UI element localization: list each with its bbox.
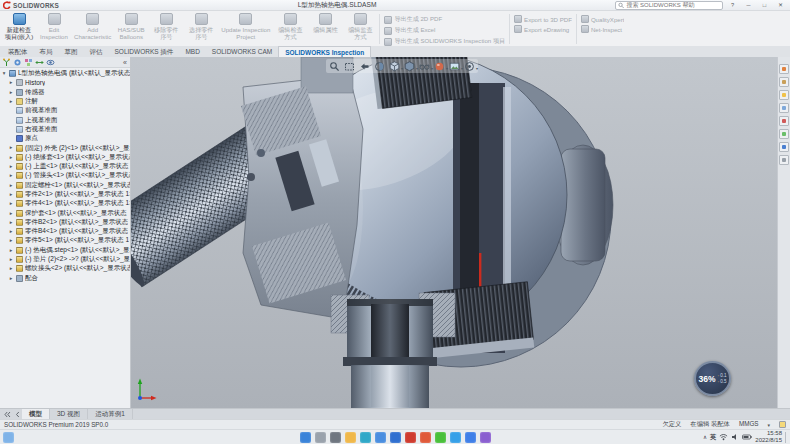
ribbon-tab[interactable]: SOLIDWORKS CAM [206,46,278,57]
file-explorer-icon[interactable] [345,432,356,443]
ribbon-tab[interactable]: 布局 [34,46,59,57]
task-pane-file-explorer-icon[interactable] [779,90,789,100]
tree-item[interactable]: (-) 垫片 (2)<2> ->? (默认<<默认>_显示 [0,255,130,264]
featuremanager-tree-icon[interactable] [2,58,11,67]
volume-icon[interactable] [731,433,739,441]
propertymanager-icon[interactable] [13,58,22,67]
tree-item[interactable]: 零件2<1> (默认<<默认>_显示状态 1> [0,190,130,199]
tree-item[interactable]: 上视基准面 [0,115,130,124]
displaymanager-icon[interactable] [46,58,55,67]
task-view-button[interactable] [330,432,341,443]
expand-caret[interactable] [8,257,14,262]
doc-tab[interactable]: 3D 视图 [50,409,88,419]
tab-scroll-left-icon[interactable] [12,409,22,419]
has-sub-balloons-button[interactable]: HAS/SUB Balloons [114,12,148,46]
section-view-icon[interactable] [373,60,386,72]
tree-root-item[interactable]: L型加热轴热电偶 (默认<默认_显示状态-1 [0,69,130,78]
expand-caret[interactable] [8,99,14,104]
tree-item[interactable]: 零件5<1> (默认<<默认>_显示状态 1 [0,236,130,245]
add-characteristic-button[interactable]: Add Characteristic [72,12,113,46]
edit-properties-button[interactable]: 编辑属性 [308,12,342,46]
tree-item[interactable]: 零件B4<1> (默认<<默认>_显示状态 [0,227,130,236]
tree-item[interactable]: 原点 [0,134,130,143]
tree-item[interactable]: 固定螺栓<1> (默认<<默认>_显示状态 [0,181,130,190]
edit-inspection-method-button[interactable]: 编辑检查 方式 [273,12,307,46]
battery-icon[interactable] [742,434,752,440]
solidworks-icon[interactable] [405,432,416,443]
tree-item[interactable]: 螺纹接头<2> (默认<<默认>_显示状态 [0,264,130,273]
expand-caret[interactable] [8,164,14,169]
expand-caret[interactable] [8,192,14,197]
help-button[interactable]: ? [726,1,739,10]
doc-tab[interactable]: 模型 [22,409,50,419]
ime-indicator[interactable]: 英 [710,433,716,442]
start-button[interactable] [300,432,311,443]
expand-caret[interactable] [8,238,14,243]
qualityxpert-button[interactable]: QualityXpert [581,15,625,23]
minimize-button[interactable]: ─ [742,1,755,10]
tree-item[interactable]: (-) 管接头<1> (默认<<默认>_显示状态 [0,171,130,180]
update-inspection-project-button[interactable]: Update Inspection Project [219,12,272,46]
show-desktop-button[interactable] [785,432,788,443]
task-pane-design-library-icon[interactable] [779,77,789,87]
expand-caret[interactable] [8,201,14,206]
task-pane-resources-icon[interactable] [779,64,789,74]
browser-icon[interactable] [375,432,386,443]
expand-caret[interactable] [8,80,14,85]
previous-view-icon[interactable] [358,60,371,72]
wps-icon[interactable] [420,432,431,443]
units-dropdown-icon[interactable] [767,421,770,428]
net-inspect-button[interactable]: Net-Inspect [581,25,625,33]
search-button[interactable] [315,432,326,443]
search-input[interactable] [626,2,720,8]
new-inspection-project-button[interactable]: 新建检查 项目(嵌入) [2,12,36,46]
expand-caret[interactable] [1,71,7,76]
network-icon[interactable] [719,433,728,441]
maximize-button[interactable]: □ [758,1,771,10]
tree-item[interactable]: (-) 热电偶.step<1> (默认<<默认>_显示 [0,246,130,255]
dimxpertmanager-icon[interactable] [35,58,44,67]
tree-item[interactable]: 配合 [0,274,130,283]
tree-item[interactable]: (固定) 外壳 (2)<1> (默认<<默认>_显示状态 [0,143,130,152]
expand-caret[interactable] [8,266,14,271]
tree-item[interactable]: 前视基准面 [0,106,130,115]
tree-item[interactable]: (-) 绝缘套<1> (默认<<默认>_显示状态 [0,153,130,162]
collapse-panel-button[interactable]: « [123,59,128,66]
graphics-area[interactable]: 36% 0.1 0.5 [131,57,777,408]
select-balloons-button[interactable]: 选择零件 序号 [184,12,218,46]
tree-item[interactable]: History [0,78,130,87]
expand-caret[interactable] [8,90,14,95]
task-pane-forum-icon[interactable] [779,142,789,152]
expand-caret[interactable] [8,183,14,188]
edit-inspection-button[interactable]: Edit Inspection [37,12,71,46]
edge-icon[interactable] [360,432,371,443]
export-3d-pdf-button[interactable]: Export to 3D PDF [514,15,572,23]
expand-caret[interactable] [8,276,14,281]
tree-item[interactable]: 右视基准面 [0,125,130,134]
task-pane-custom-properties-icon[interactable] [779,129,789,139]
export-2d-pdf-button[interactable]: 导出生成 2D PDF [384,15,505,24]
close-button[interactable]: ✕ [774,1,787,10]
tree-item[interactable]: 零件B2<1> (默认<<默认>_显示状态 [0,218,130,227]
tree-item[interactable]: 注解 [0,97,130,106]
view-orientation-icon[interactable] [388,60,401,72]
display-style-icon[interactable] [403,60,416,72]
store-icon[interactable] [390,432,401,443]
tab-scroll-first-icon[interactable] [2,409,12,419]
expand-caret[interactable] [8,248,14,253]
tree-item[interactable]: 零件4<1> (默认<<默认>_显示状态 1> [0,199,130,208]
help-search-box[interactable] [615,1,723,10]
clock[interactable]: 15:58 2022/8/15 [755,430,782,443]
tree-item[interactable]: 保护套<1> (默认<<默认>_显示状态 [0,208,130,217]
hide-show-items-icon[interactable] [418,60,431,72]
ribbon-tab[interactable]: 评估 [84,46,109,57]
edit-appearance-icon[interactable] [433,60,446,72]
edit-audit-method-button[interactable]: 编辑监查 方式 [343,12,377,46]
task-pane-view-palette-icon[interactable] [779,103,789,113]
expand-caret[interactable] [8,211,14,216]
zoom-fit-icon[interactable] [328,60,341,72]
tree-item[interactable]: (-) 上盖<1> (默认<<默认>_显示状态 1 [0,162,130,171]
ribbon-tab[interactable]: MBD [179,46,205,57]
zoom-to-area-icon[interactable] [343,60,356,72]
doc-tab[interactable]: 运动算例1 [88,409,133,419]
